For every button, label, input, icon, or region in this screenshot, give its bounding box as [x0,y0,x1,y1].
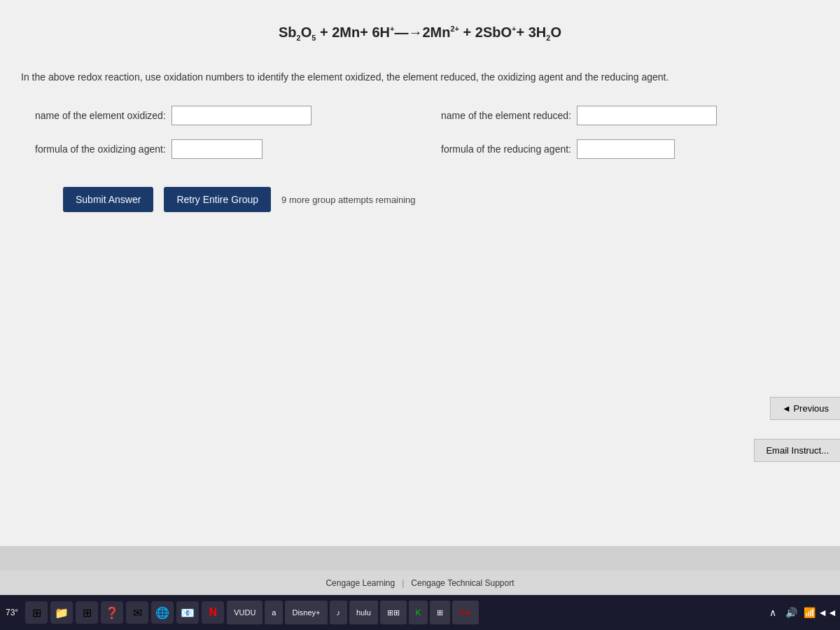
hulu-label: hulu [356,608,371,617]
instruction-text: In the above redox reaction, use oxidati… [21,70,819,85]
taskbar-amazon-app[interactable]: a [265,601,283,624]
buttons-row: Submit Answer Retry Entire Group 9 more … [21,187,819,212]
footer-divider: | [402,578,404,588]
taskbar-disney-app[interactable]: Disney+ [285,601,327,624]
desktop-label: ⊞ [437,608,443,617]
field-oxidizing-agent-row: formula of the oxidizing agent: [35,139,399,159]
taskbar-tiles-app[interactable]: ⊞⊞ [380,601,407,624]
main-content: Sb2O5 + 2Mn+ 6H+—→2Mn2+ + 2SbO++ 3H2O In… [0,0,840,546]
taskbar-netflix-icon[interactable]: N [202,601,224,624]
previous-button[interactable]: ◄ Previous [770,397,840,420]
cengage-link[interactable]: Cengage Learning [326,578,395,588]
temperature-display: 73° [6,608,18,617]
taskbar-hulu-app[interactable]: hulu [349,601,378,624]
field-oxidizing-agent[interactable] [172,139,262,159]
field-reducing-agent-row: formula of the reducing agent: [441,139,805,159]
amazon-label: a [272,608,276,617]
taskbar-media-app[interactable]: P► [452,601,479,624]
tray-speaker-icon[interactable]: 🔊 [784,606,798,620]
taskbar: 73° ⊞ 📁 ⊞ ❓ ✉ 🌐 📧 N VUDU a Disney+ ♪ hul… [0,595,840,630]
tray-network-icon[interactable]: 📶 [802,606,816,620]
taskbar-desktop-app[interactable]: ⊞ [430,601,450,624]
tray-up-arrow[interactable]: ∧ [766,606,780,620]
taskbar-start-icon[interactable]: ⊞ [25,601,48,624]
field-reducing-agent[interactable] [577,139,675,159]
footer: Cengage Learning | Cengage Technical Sup… [0,570,840,595]
taskbar-k-app[interactable]: K [409,601,428,624]
form-grid: name of the element oxidized: name of th… [21,106,819,159]
equation-container: Sb2O5 + 2Mn+ 6H+—→2Mn2+ + 2SbO++ 3H2O [21,14,819,52]
field4-label: formula of the reducing agent: [441,144,571,155]
vudu-label: VUDU [234,608,255,617]
attempts-text: 9 more group attempts remaining [281,195,415,205]
taskbar-grid-icon[interactable]: ⊞ [76,601,98,624]
taskbar-vudu-app[interactable]: VUDU [227,601,262,624]
taskbar-envelope2-icon[interactable]: 📧 [176,601,199,624]
taskbar-tray: ∧ 🔊 📶 ◄◄ [766,606,834,620]
taskbar-file-icon[interactable]: 📁 [50,601,73,624]
support-link[interactable]: Cengage Technical Support [411,578,514,588]
field-oxidized-row: name of the element oxidized: [35,106,399,125]
field2-label: name of the element reduced: [441,110,571,121]
field-reduced-row: name of the element reduced: [441,106,805,125]
taskbar-edge-icon[interactable]: 🌐 [151,601,174,624]
chemical-equation: Sb2O5 + 2Mn+ 6H+—→2Mn2+ + 2SbO++ 3H2O [279,24,561,40]
tiles-label: ⊞⊞ [387,608,400,617]
k-label: K [416,608,421,617]
taskbar-help-icon[interactable]: ❓ [101,601,123,624]
email-instructor-button[interactable]: Email Instruct... [754,439,840,462]
email-nav-area: Email Instruct... [754,439,840,462]
tray-back-icon[interactable]: ◄◄ [820,606,834,620]
right-nav-area: ◄ Previous [770,397,840,427]
music-label: ♪ [337,608,341,617]
retry-button[interactable]: Retry Entire Group [164,187,271,212]
taskbar-apps: VUDU a Disney+ ♪ hulu ⊞⊞ K ⊞ P► [227,601,763,624]
field-element-oxidized[interactable] [172,106,312,125]
field-element-reduced[interactable] [577,106,717,125]
taskbar-mail-icon[interactable]: ✉ [126,601,148,624]
taskbar-music-app[interactable]: ♪ [330,601,348,624]
field3-label: formula of the oxidizing agent: [35,144,166,155]
media-label: P► [459,608,472,617]
disney-label: Disney+ [292,608,320,617]
submit-button[interactable]: Submit Answer [63,187,153,212]
field1-label: name of the element oxidized: [35,110,166,121]
